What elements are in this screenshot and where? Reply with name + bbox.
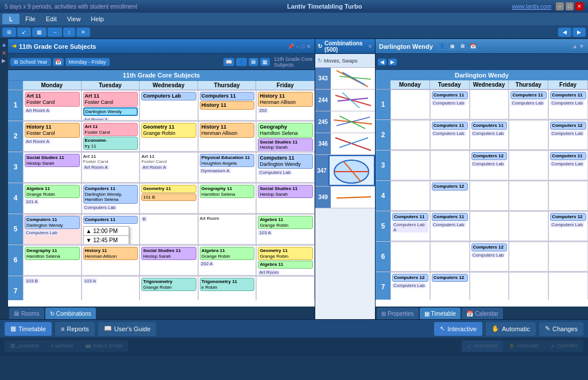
teacher-comp11-p2-wed[interactable]: Computers 11: [471, 122, 508, 130]
person-btn[interactable]: 👤: [236, 58, 247, 66]
menu-file[interactable]: File: [21, 14, 40, 24]
teacher-cell-p7-wed[interactable]: [470, 272, 509, 300]
cell-p1-mon[interactable]: Art 11 Foster Carol Art Room A: [23, 90, 82, 121]
teacher-cell-p7-thu[interactable]: [509, 272, 548, 300]
cell-p5-mon[interactable]: Computers 11 Darlington Wendy Computers …: [23, 214, 82, 245]
time-dropdown-2[interactable]: ▼ 12:45 PM: [83, 235, 129, 245]
card-darlington[interactable]: Darlington Wendy: [83, 107, 138, 117]
teacher-comp11-p5-mon[interactable]: Computers 11: [392, 213, 428, 221]
calendar-btn[interactable]: 📅: [53, 58, 64, 66]
cell-p2-wed[interactable]: Geometry 11 Grange Robin: [140, 121, 198, 152]
cell-p6-wed[interactable]: Social Studies 11 Heslop Sarah: [140, 245, 198, 276]
card-geog-p6-mon[interactable]: Geography 11 Hamilton Selena: [25, 247, 80, 260]
menu-help[interactable]: Help: [86, 14, 109, 24]
cell-p2-fri[interactable]: Geography Hamilton Selena Social Studies…: [256, 121, 315, 152]
teacher-cell-p1-wed[interactable]: [470, 90, 509, 119]
teacher-cell-p2-thu[interactable]: [509, 120, 548, 150]
cell-p2-thu[interactable]: History 11 Henman Allison: [198, 121, 257, 152]
teacher-cell-p4-thu[interactable]: [509, 181, 548, 211]
card-phys-p3-thu[interactable]: Physical Education 11 Houghton Angela: [200, 154, 255, 167]
cell-p6-mon[interactable]: Geography 11 Hamilton Selena: [23, 245, 82, 276]
nav-label[interactable]: ◀: [1, 59, 7, 64]
teacher-cell-p5-fri[interactable]: Computers 12 Computers Lab: [548, 211, 588, 241]
card-hist11-p2-thu[interactable]: History 11 Henman Allison: [200, 123, 255, 138]
comb-item-244[interactable]: 244: [315, 90, 375, 111]
cell-p5-thu[interactable]: Art Room: [198, 214, 257, 245]
teacher-comp11-p1-thu[interactable]: Computers 11: [510, 91, 547, 99]
toolbar-button-3[interactable]: ▦: [32, 28, 47, 37]
tab-properties[interactable]: ⊞ Properties: [377, 308, 419, 319]
book-btn[interactable]: 📖: [223, 58, 234, 66]
scroll-up-right[interactable]: ▲: [572, 43, 578, 49]
teacher-cell-p4-fri[interactable]: [548, 181, 588, 211]
panel-minimize[interactable]: –: [296, 44, 299, 49]
teacher-toolbar-1[interactable]: ◀: [378, 59, 386, 65]
teacher-toolbar-2[interactable]: ▶: [388, 59, 397, 65]
toolbar-right-2[interactable]: ▶: [572, 28, 586, 37]
cell-p6-tue[interactable]: History 11 Henman Allison: [82, 245, 140, 276]
scroll-down-right[interactable]: ▼: [579, 43, 585, 49]
comb-item-346[interactable]: 346: [315, 133, 375, 155]
card-alg-p5-fri[interactable]: Algebra 11 Grange Robin: [258, 216, 313, 229]
card-alg-p4-mon[interactable]: Algebra 11 Grange Robin: [25, 185, 80, 198]
teacher-cell-p3-tue[interactable]: [430, 150, 470, 180]
toolbar-button-4[interactable]: →: [48, 28, 62, 37]
teacher-cell-p2-mon[interactable]: [390, 120, 430, 150]
teacher-cell-p6-mon[interactable]: [390, 242, 430, 272]
cell-p4-fri[interactable]: Social Studies 11 Heslop Sarah: [256, 183, 315, 214]
minimize-button[interactable]: –: [556, 2, 564, 10]
teacher-cell-p5-thu[interactable]: [509, 211, 548, 241]
nav-arrow-up[interactable]: ▲: [1, 41, 7, 48]
card-comp-p4-tue[interactable]: Computers 11 Darlington Wendy, Hamilton …: [83, 185, 138, 204]
card-soc-p6-wed[interactable]: Social Studies 11 Heslop Sarah: [141, 247, 196, 260]
cell-p5-wed[interactable]: B: [140, 214, 198, 245]
teacher-cell-p3-wed[interactable]: Computers 12 Computers Lab: [470, 150, 509, 180]
cell-p7-mon[interactable]: 103 B: [23, 276, 82, 300]
teacher-comp12-p5-fri[interactable]: Computers 12: [550, 213, 586, 221]
cell-p1-wed[interactable]: Computers Lab: [140, 90, 198, 121]
card-comp-p3-fri[interactable]: Computers 11 Darlington Wendy: [258, 154, 313, 169]
teacher-cell-p1-tue[interactable]: Computers 11 Computers Lab: [430, 90, 470, 119]
menu-edit[interactable]: Edit: [41, 14, 61, 24]
teacher-btn-1[interactable]: 👤: [438, 42, 447, 51]
comb-close[interactable]: ✕: [368, 44, 373, 49]
teacher-btn-4[interactable]: 📅: [469, 42, 478, 51]
combinations-list[interactable]: 343 244: [315, 68, 375, 319]
teacher-cell-p1-thu[interactable]: Computers 11 Computers Lab: [509, 90, 548, 119]
card-trig-p7-wed[interactable]: Trigonometry Grange Robin: [141, 278, 196, 291]
card-art11-mon[interactable]: Art 11 Foster Carol: [25, 92, 80, 107]
tab-timetable[interactable]: ▦ Timetable: [420, 308, 461, 319]
card-geog-p2-fri[interactable]: Geography Hamilton Selena: [258, 123, 313, 138]
teacher-comp12-p6-wed[interactable]: Computers 12: [471, 243, 508, 251]
tab-rooms[interactable]: 🏛 Rooms: [9, 308, 44, 319]
card-comp11-thu[interactable]: Computers 11: [200, 92, 255, 100]
cell-p3-fri[interactable]: Computers 11 Darlington Wendy Computers …: [256, 152, 315, 183]
card-econ-p2-tue[interactable]: Econome- try 11: [83, 137, 138, 150]
teacher-comp12-p4-tue[interactable]: Computers 12: [432, 183, 468, 191]
cell-p6-fri[interactable]: Geometry 11 Grange Robin Algebra 11 Art …: [256, 245, 315, 276]
cell-p3-mon[interactable]: Social Studies 11 Heslop Sarah: [23, 152, 82, 183]
teacher-cell-p5-wed[interactable]: [470, 211, 509, 241]
card-hist-p6-tue[interactable]: History 11 Henman Allison: [83, 247, 138, 260]
card-comp-p5-tue[interactable]: Computers 11: [83, 216, 138, 224]
comb-item-245[interactable]: 245: [315, 111, 375, 133]
toolbar-button-1[interactable]: ⊞: [2, 28, 16, 37]
menu-view[interactable]: View: [63, 14, 86, 24]
teacher-cell-p6-wed[interactable]: Computers 12 Computers Lab: [470, 242, 509, 272]
cell-p7-tue[interactable]: 103 A: [82, 276, 140, 300]
teacher-cell-p6-fri[interactable]: [548, 242, 588, 272]
teacher-comp12-p2-fri[interactable]: Computers 12: [550, 122, 586, 130]
teacher-cell-p3-fri[interactable]: Computers 11 Computers Lab: [548, 150, 588, 180]
teacher-cell-p2-fri[interactable]: Computers 12 Computers Lab: [548, 120, 588, 150]
cell-p6-thu[interactable]: Algebra 11 Grange Robin 202 A: [198, 245, 257, 276]
teacher-cell-p3-mon[interactable]: [390, 150, 430, 180]
teacher-cell-p4-tue[interactable]: Computers 12: [430, 181, 470, 211]
cell-p5-fri[interactable]: Algebra 11 Grange Robin 103 A: [256, 214, 315, 245]
teacher-comp12-p3-wed[interactable]: Computers 12: [471, 152, 508, 160]
card-geog-p4-thu[interactable]: Geography 11 Hamilton Selena: [200, 185, 255, 198]
teacher-comp11-p3-fri[interactable]: Computers 11: [550, 152, 586, 160]
teacher-btn-2[interactable]: ▦: [448, 42, 457, 51]
teacher-cell-p2-wed[interactable]: Computers 11 Computers Lab: [470, 120, 509, 150]
comb-item-highlight[interactable]: 347: [315, 155, 375, 187]
card-trig-p7-thu[interactable]: Trigonometry 11 e Robin: [200, 278, 255, 291]
